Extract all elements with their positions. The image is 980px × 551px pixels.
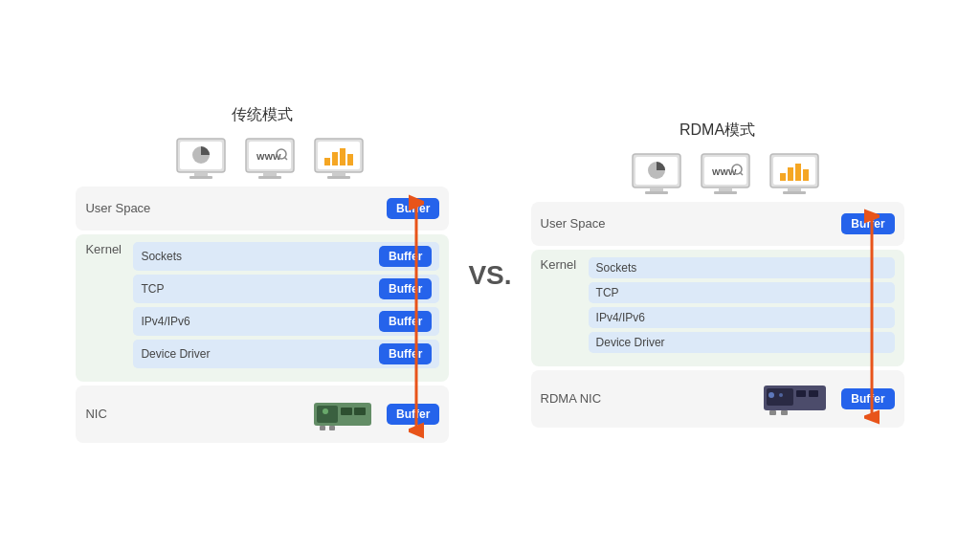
svg-rect-39	[714, 191, 737, 194]
svg-rect-11	[258, 176, 281, 179]
right-kernel-items: Sockets TCP IPv4/IPv6 Device Driver	[589, 257, 895, 353]
left-nic-label: NIC	[85, 407, 106, 421]
right-sockets-item: Sockets	[589, 257, 895, 278]
right-monitor-icon	[629, 152, 688, 202]
right-diagram: RDMA模式 WWW	[531, 121, 904, 431]
chart-icon	[311, 137, 370, 187]
right-ipv4-label: IPv4/IPv6	[596, 311, 645, 324]
vs-label: VS.	[468, 260, 511, 291]
right-browser-icon: WWW	[698, 152, 757, 202]
left-nic-right: Buffer	[312, 395, 439, 433]
right-computer-row: WWW	[610, 152, 826, 202]
left-tcp-buffer[interactable]: Buffer	[379, 278, 432, 299]
svg-rect-31	[650, 187, 663, 191]
svg-rect-38	[719, 187, 732, 191]
svg-rect-22	[317, 406, 338, 423]
left-tcp-item: TCP Buffer	[133, 275, 439, 303]
right-diagram-wrapper: User Space Buffer Kernel Sockets TCP	[531, 202, 904, 431]
right-nic-buffer[interactable]: Buffer	[841, 388, 894, 409]
svg-rect-15	[332, 152, 338, 165]
svg-rect-46	[788, 187, 801, 191]
left-sockets-item: Sockets Buffer	[133, 242, 439, 271]
left-user-space-label: User Space	[85, 201, 150, 215]
svg-rect-25	[320, 426, 325, 430]
svg-rect-3	[194, 172, 208, 176]
monitor-icon	[173, 137, 233, 187]
right-ipv4-item: IPv4/IPv6	[589, 307, 895, 328]
left-nic-image	[312, 395, 379, 433]
svg-rect-44	[795, 164, 801, 181]
svg-rect-26	[329, 426, 335, 430]
right-nic-image	[762, 380, 834, 418]
right-nic-section: RDMA NIC Buffer	[531, 370, 904, 428]
svg-rect-14	[324, 158, 330, 165]
svg-point-55	[768, 392, 774, 398]
left-kernel-items: Sockets Buffer TCP Buffer IPv4/IPv6 Buff…	[133, 242, 439, 368]
left-ipv4-buffer[interactable]: Buffer	[379, 311, 432, 332]
left-kernel-header: Kernel Sockets Buffer TCP Buffer IPv4/IP…	[85, 242, 439, 368]
right-kernel-header: Kernel Sockets TCP IPv4/IPv6 Device Driv…	[541, 257, 895, 353]
svg-rect-51	[796, 390, 806, 397]
svg-rect-52	[809, 390, 818, 397]
left-user-buffer-btn[interactable]: Buffer	[387, 198, 439, 219]
right-driver-item: Device Driver	[589, 332, 895, 353]
left-diagram-wrapper: User Space Buffer Kernel Sockets Buffer …	[76, 187, 449, 447]
svg-rect-10	[263, 172, 277, 176]
svg-point-27	[323, 408, 328, 414]
svg-rect-53	[769, 410, 776, 415]
right-chart-icon	[767, 152, 826, 202]
left-nic-section: NIC Buffer	[76, 386, 449, 443]
left-computer-row: WWW	[154, 137, 370, 187]
browser-icon: WWW	[242, 137, 301, 187]
right-sockets-label: Sockets	[596, 261, 637, 275]
right-nic-label: RDMA NIC	[541, 391, 602, 406]
right-user-space-section: User Space Buffer	[531, 202, 904, 246]
svg-rect-41	[773, 157, 815, 185]
left-kernel-section: Kernel Sockets Buffer TCP Buffer IPv4/IP…	[76, 234, 449, 382]
svg-rect-43	[788, 167, 793, 181]
svg-rect-13	[318, 142, 360, 169]
left-sockets-buffer[interactable]: Buffer	[379, 246, 432, 267]
left-sockets-label: Sockets	[141, 250, 182, 263]
left-driver-label: Device Driver	[141, 347, 210, 361]
right-kernel-label: Kernel	[541, 257, 589, 272]
left-ipv4-item: IPv4/IPv6 Buffer	[133, 307, 439, 336]
right-kernel-section: Kernel Sockets TCP IPv4/IPv6 Device Driv…	[531, 250, 904, 366]
right-user-buffer-btn[interactable]: Buffer	[841, 213, 894, 234]
svg-point-56	[779, 393, 783, 397]
main-container: 传统模式 WWW	[0, 0, 980, 551]
right-tcp-label: TCP	[596, 286, 619, 299]
svg-rect-23	[341, 408, 352, 415]
left-diagram: 传统模式 WWW	[76, 105, 449, 447]
svg-rect-42	[780, 173, 786, 181]
left-driver-item: Device Driver Buffer	[133, 340, 439, 368]
svg-rect-24	[354, 408, 366, 415]
svg-rect-18	[332, 172, 345, 176]
left-tcp-label: TCP	[141, 282, 164, 296]
svg-rect-19	[327, 176, 350, 179]
right-driver-label: Device Driver	[596, 336, 665, 349]
right-user-space-label: User Space	[541, 216, 606, 231]
left-user-space-section: User Space Buffer	[76, 187, 449, 231]
left-nic-buffer[interactable]: Buffer	[387, 404, 439, 425]
left-driver-buffer[interactable]: Buffer	[379, 343, 432, 364]
svg-rect-16	[340, 148, 345, 165]
right-tcp-item: TCP	[589, 282, 895, 303]
left-ipv4-label: IPv4/IPv6	[141, 315, 189, 328]
left-kernel-label: Kernel	[85, 242, 133, 256]
svg-rect-47	[783, 191, 806, 194]
left-title: 传统模式	[232, 105, 293, 125]
svg-rect-4	[189, 176, 212, 179]
svg-rect-32	[645, 191, 668, 194]
svg-rect-45	[803, 169, 809, 181]
svg-rect-54	[781, 410, 788, 415]
svg-rect-17	[347, 154, 353, 165]
right-nic-right: Buffer	[762, 380, 894, 418]
right-title: RDMA模式	[679, 121, 755, 141]
